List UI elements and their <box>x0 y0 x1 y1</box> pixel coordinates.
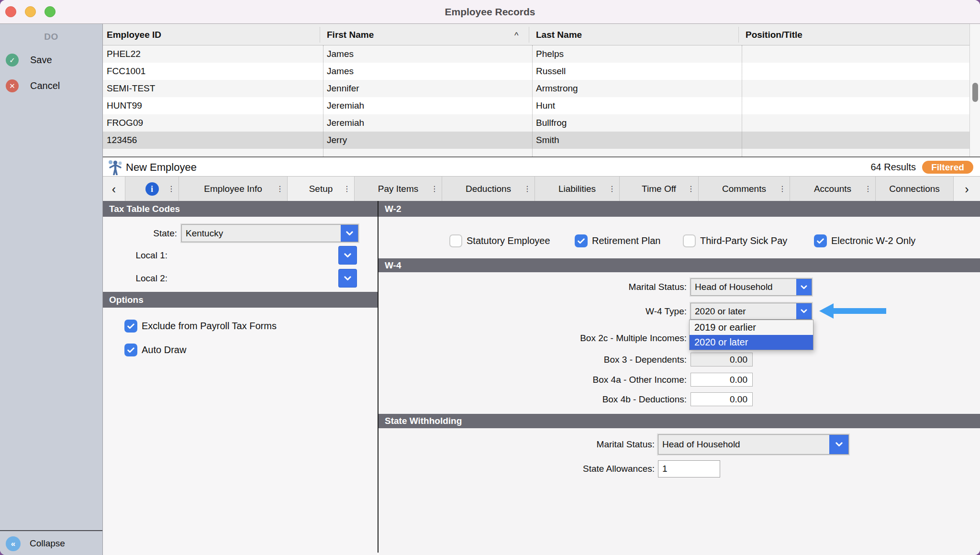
w4-box3-label: Box 3 - Dependents: <box>379 353 687 366</box>
local1-dropdown-button[interactable] <box>339 246 356 264</box>
tabs-scroll-right-button[interactable]: › <box>954 177 980 201</box>
tab-overflow-dots-icon[interactable]: ⋮ <box>864 177 872 201</box>
cell-employee-id: SEMI-TEST <box>103 80 323 97</box>
w4-marital-status-combobox[interactable]: Head of Household <box>690 278 812 296</box>
tab-overflow-dots-icon[interactable]: ⋮ <box>276 177 284 201</box>
chevron-down-icon[interactable] <box>796 279 812 295</box>
sort-asc-icon: ^ <box>514 24 518 45</box>
collapse-chevrons-icon[interactable]: « <box>6 536 21 551</box>
state-label: State: <box>103 224 177 242</box>
w4-marital-status-label: Marital Status: <box>379 278 687 296</box>
dropdown-option-2020-or-later[interactable]: 2020 or later <box>690 335 813 350</box>
save-button[interactable]: ✓ Save <box>6 54 52 67</box>
cell-last-name: Armstrong <box>532 80 742 97</box>
cell-first-name: James <box>323 45 532 63</box>
tab-deductions[interactable]: Deductions ⋮ <box>442 177 535 201</box>
tab-info[interactable]: i ⋮ <box>125 177 179 201</box>
header-separator[interactable] <box>529 27 529 43</box>
w4-box4b-value: 0.00 <box>691 394 752 405</box>
sw-allowances-field[interactable]: 1 <box>658 460 720 477</box>
cell-last-name: Smith <box>532 132 742 149</box>
chevron-down-icon[interactable] <box>829 435 848 454</box>
tab-overflow-dots-icon[interactable]: ⋮ <box>167 177 175 201</box>
local2-label: Local 2: <box>103 269 167 287</box>
tab-overflow-dots-icon[interactable]: ⋮ <box>431 177 438 201</box>
w4-box4b-field[interactable]: 0.00 <box>690 392 753 406</box>
column-header-employee-id[interactable]: Employee ID <box>103 24 319 45</box>
tab-setup[interactable]: Setup ⋮ <box>288 177 355 201</box>
cell-first-name: Jeremiah <box>323 97 532 114</box>
checkbox-electronic-w2-only[interactable]: Electronic W-2 Only <box>814 234 915 247</box>
column-header-position-title[interactable]: Position/Title <box>742 24 967 45</box>
w4-type-combobox[interactable]: 2020 or later <box>690 303 812 320</box>
table-row[interactable]: SEMI-TEST Jennifer Armstrong <box>103 80 969 97</box>
local1-label: Local 1: <box>103 246 167 264</box>
checkbox-unchecked-icon[interactable] <box>683 234 696 247</box>
checkbox-checked-icon[interactable] <box>575 234 588 247</box>
w4-box4a-field[interactable]: 0.00 <box>690 373 753 387</box>
header-separator[interactable] <box>738 27 739 43</box>
chevron-down-icon[interactable] <box>341 225 358 242</box>
cell-employee-id: FROG09 <box>103 114 323 132</box>
section-header-state-withholding: State Withholding <box>379 414 980 428</box>
state-combobox[interactable]: Kentucky <box>181 224 358 242</box>
save-check-icon: ✓ <box>6 54 19 67</box>
window-title: Employee Records <box>0 0 980 24</box>
column-header-first-name[interactable]: First Name <box>323 24 514 45</box>
checkbox-label: Auto Draw <box>142 344 186 355</box>
cell-employee-id: HUNT99 <box>103 97 323 114</box>
employee-table: Employee ID First Name ^ Last Name Posit… <box>103 24 980 156</box>
tab-overflow-dots-icon[interactable]: ⋮ <box>779 177 786 201</box>
sidebar-footer: « Collapse <box>0 530 102 555</box>
tab-label: Deductions <box>466 184 511 194</box>
checkbox-exclude-payroll-tax-forms[interactable]: Exclude from Payroll Tax Forms <box>124 320 277 333</box>
tab-overflow-dots-icon[interactable]: ⋮ <box>608 177 616 201</box>
scrollbar-thumb[interactable] <box>972 83 978 102</box>
cancel-button[interactable]: ✕ Cancel <box>6 79 60 92</box>
w4-type-value: 2020 or later <box>691 303 796 319</box>
tab-overflow-dots-icon[interactable]: ⋮ <box>343 177 351 201</box>
filtered-badge[interactable]: Filtered <box>922 161 973 174</box>
checkbox-checked-icon[interactable] <box>814 234 827 247</box>
checkbox-auto-draw[interactable]: Auto Draw <box>124 344 186 356</box>
tab-employee-info[interactable]: Employee Info ⋮ <box>179 177 288 201</box>
w4-box3-field[interactable]: 0.00 <box>690 353 753 366</box>
sw-marital-status-combobox[interactable]: Head of Household <box>658 434 849 455</box>
tabs-scroll-left-button[interactable]: ‹ <box>103 177 125 201</box>
table-row[interactable]: FROG09 Jeremiah Bullfrog <box>103 114 969 132</box>
tab-connections[interactable]: Connections <box>876 177 954 201</box>
chevron-down-icon[interactable] <box>796 303 812 319</box>
tab-pay-items[interactable]: Pay Items ⋮ <box>355 177 442 201</box>
tab-overflow-dots-icon[interactable]: ⋮ <box>523 177 531 201</box>
cell-last-name: Bullfrog <box>532 114 742 132</box>
checkbox-checked-icon[interactable] <box>124 320 137 333</box>
info-icon: i <box>145 182 159 196</box>
tab-comments[interactable]: Comments ⋮ <box>699 177 790 201</box>
table-scrollbar[interactable] <box>969 24 980 156</box>
cell-employee-id: 123456 <box>103 132 323 149</box>
tab-liabilities[interactable]: Liabilities ⋮ <box>535 177 620 201</box>
column-separator <box>323 45 323 156</box>
checkbox-retirement-plan[interactable]: Retirement Plan <box>575 234 660 247</box>
column-header-last-name[interactable]: Last Name <box>532 24 738 45</box>
sw-allowances-value: 1 <box>658 464 720 474</box>
tab-time-off[interactable]: Time Off ⋮ <box>620 177 699 201</box>
header-separator[interactable] <box>320 27 320 43</box>
sw-marital-status-label: Marital Status: <box>379 434 655 455</box>
collapse-button[interactable]: Collapse <box>30 531 65 555</box>
tab-label: Liabilities <box>558 184 596 194</box>
table-row-selected[interactable]: 123456 Jerry Smith <box>103 132 969 149</box>
checkbox-third-party-sick-pay[interactable]: Third-Party Sick Pay <box>683 234 787 247</box>
table-row[interactable]: PHEL22 James Phelps <box>103 45 969 63</box>
checkbox-unchecked-icon[interactable] <box>449 234 462 247</box>
checkbox-checked-icon[interactable] <box>124 344 137 356</box>
table-row[interactable]: HUNT99 Jeremiah Hunt <box>103 97 969 114</box>
table-row[interactable]: FCC1001 James Russell <box>103 63 969 80</box>
local2-dropdown-button[interactable] <box>339 269 356 287</box>
dropdown-option-2019-or-earlier[interactable]: 2019 or earlier <box>690 320 813 335</box>
table-header-row: Employee ID First Name ^ Last Name Posit… <box>103 24 980 45</box>
checkbox-statutory-employee[interactable]: Statutory Employee <box>449 234 550 247</box>
tab-label: Time Off <box>642 184 676 194</box>
tab-overflow-dots-icon[interactable]: ⋮ <box>687 177 695 201</box>
tab-accounts[interactable]: Accounts ⋮ <box>790 177 876 201</box>
